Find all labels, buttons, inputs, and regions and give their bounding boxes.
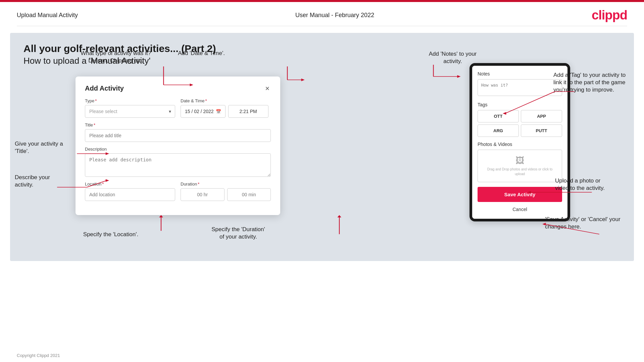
- annotation-activity-type: What type of activity was it?Lesson, Chi…: [79, 50, 153, 64]
- type-group: Type* Please select ▾: [85, 98, 175, 118]
- annotation-duration: Specify the 'Duration'of your activity.: [195, 226, 282, 241]
- type-select[interactable]: Please select: [85, 105, 175, 118]
- description-input[interactable]: [85, 153, 271, 177]
- annotation-location: Specify the 'Location'.: [77, 231, 144, 238]
- photo-text: Drag and Drop photos and videos or click…: [483, 167, 556, 176]
- annotation-upload: Upload a photo orvideo to the activity.: [555, 177, 632, 192]
- svg-marker-16: [337, 215, 341, 217]
- header-divider: [17, 26, 627, 26]
- location-group: Location*: [85, 182, 175, 201]
- tag-arg[interactable]: ARG: [478, 124, 519, 137]
- location-input[interactable]: [85, 188, 175, 201]
- photos-section-label: Photos & Videos: [478, 142, 562, 147]
- date-input[interactable]: 15 / 02 / 2022 📅: [181, 105, 226, 118]
- calendar-icon: 📅: [216, 109, 221, 114]
- duration-group: Duration*: [181, 182, 271, 201]
- duration-min-input[interactable]: [227, 188, 271, 201]
- title-group: Title*: [85, 122, 271, 142]
- header: Upload Manual Activity User Manual - Feb…: [0, 2, 644, 26]
- save-activity-button[interactable]: Save Activity: [478, 187, 562, 202]
- tags-section-label: Tags: [478, 102, 562, 107]
- modal-header: Add Activity ×: [85, 85, 271, 92]
- date-time-label: Date & Time*: [181, 98, 271, 103]
- annotation-tags: Add a 'Tag' to your activity to link it …: [553, 71, 631, 94]
- description-label: Description: [85, 147, 271, 152]
- location-duration-row: Location* Duration*: [85, 182, 271, 201]
- footer-copyright: Copyright Clippd 2021: [17, 353, 60, 358]
- date-time-inputs: 15 / 02 / 2022 📅 2:21 PM: [181, 105, 271, 118]
- duration-inputs: [181, 188, 271, 201]
- annotation-give-title: Give your activity a 'Title'.: [15, 140, 63, 155]
- duration-label: Duration*: [181, 182, 271, 187]
- photo-upload-area[interactable]: 🖼 Drag and Drop photos and videos or cli…: [478, 150, 562, 182]
- annotation-describe: Describe your activity.: [15, 174, 63, 189]
- notes-input[interactable]: [478, 79, 562, 96]
- tag-ott[interactable]: OTT: [478, 110, 519, 122]
- annotation-notes: Add 'Notes' to youractivity.: [419, 50, 486, 65]
- date-value: 15 / 02 / 2022: [185, 109, 214, 114]
- time-input[interactable]: 2:21 PM: [228, 105, 268, 118]
- title-label: Title*: [85, 122, 271, 127]
- annotation-date-time: Add 'Date & Time'.: [168, 50, 235, 57]
- photo-icon: 🖼: [483, 155, 556, 166]
- main-content: All your golf-relevant activities... (Pa…: [10, 33, 634, 261]
- add-activity-modal: Add Activity × Type* Please select ▾ Dat…: [76, 76, 280, 215]
- date-time-group: Date & Time* 15 / 02 / 2022 📅 2:21 PM: [181, 98, 271, 118]
- type-date-row: Type* Please select ▾ Date & Time* 15 / …: [85, 98, 271, 118]
- tag-app[interactable]: APP: [521, 110, 562, 122]
- type-select-wrapper[interactable]: Please select ▾: [85, 105, 175, 118]
- modal-close-button[interactable]: ×: [264, 85, 271, 92]
- header-left-text: Upload Manual Activity: [17, 12, 78, 19]
- type-label: Type*: [85, 98, 175, 103]
- clippd-logo: clippd: [592, 8, 627, 22]
- tags-grid: OTT APP ARG PUTT: [478, 110, 562, 137]
- svg-marker-19: [457, 75, 460, 78]
- description-group: Description: [85, 147, 271, 177]
- modal-title: Add Activity: [85, 85, 124, 92]
- tag-putt[interactable]: PUTT: [521, 124, 562, 137]
- title-input[interactable]: [85, 129, 271, 142]
- location-label: Location*: [85, 182, 175, 187]
- header-center-text: User Manual - February 2022: [295, 12, 374, 19]
- svg-marker-5: [301, 79, 305, 81]
- notes-section-label: Notes: [478, 71, 562, 76]
- cancel-button[interactable]: Cancel: [478, 205, 562, 213]
- annotation-save: 'Save Activity' or 'Cancel' your changes…: [545, 216, 632, 230]
- duration-hr-input[interactable]: [181, 188, 225, 201]
- svg-marker-14: [159, 215, 163, 217]
